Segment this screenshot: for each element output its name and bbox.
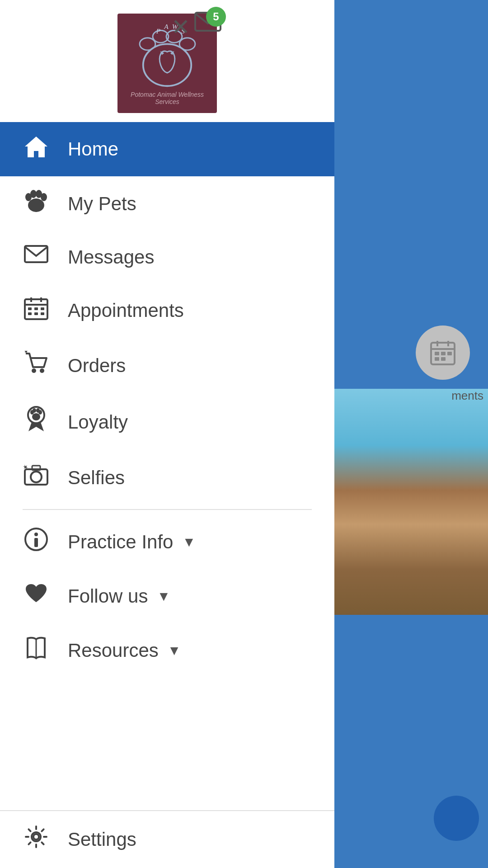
svg-point-53 [34, 835, 38, 839]
svg-rect-25 [25, 246, 47, 262]
logo-subtitle: Potomac Animal Wellness Services [117, 91, 217, 105]
settings-label: Settings [68, 829, 136, 850]
practice-info-label: Practice Info [68, 531, 173, 553]
nav-practice-info[interactable]: Practice Info ▼ [0, 514, 334, 570]
close-icon: ✕ [171, 16, 190, 38]
svg-rect-49 [34, 538, 38, 547]
selfies-label: Selfies [68, 467, 125, 489]
heart-icon [23, 582, 50, 610]
resources-chevron: ▼ [168, 643, 181, 658]
svg-rect-31 [34, 307, 38, 310]
svg-point-39 [32, 413, 40, 420]
svg-point-37 [40, 368, 44, 373]
paw-icon [23, 189, 50, 219]
svg-rect-33 [28, 312, 32, 315]
nav-home[interactable]: Home [0, 122, 334, 176]
svg-rect-30 [28, 307, 32, 310]
home-icon [23, 135, 50, 164]
svg-point-20 [28, 198, 44, 212]
nav-follow-us[interactable]: Follow us ▼ [0, 570, 334, 623]
nav-orders[interactable]: Orders [0, 338, 334, 393]
cart-icon [23, 351, 50, 381]
close-button[interactable]: ✕ [167, 14, 194, 41]
home-label: Home [68, 138, 118, 160]
navigation-drawer: P A W S Potomac Animal Wellness Services… [0, 0, 334, 868]
resources-label: Resources [68, 640, 159, 661]
info-icon [23, 527, 50, 557]
svg-point-48 [34, 533, 38, 536]
svg-rect-32 [41, 307, 44, 310]
follow-us-chevron: ▼ [157, 589, 170, 604]
svg-rect-6 [447, 352, 452, 355]
nav-loyalty[interactable]: Loyalty [0, 393, 334, 451]
follow-us-label: Follow us [68, 585, 148, 607]
loyalty-label: Loyalty [68, 411, 128, 433]
nav-selfies[interactable]: Selfies [0, 451, 334, 505]
svg-rect-4 [435, 352, 439, 355]
message-icon-area[interactable]: 5 [194, 9, 221, 36]
nav-appointments[interactable]: Appointments [0, 283, 334, 338]
settings-icon [23, 825, 50, 854]
calendar-icon [23, 296, 50, 326]
message-badge: 5 [206, 7, 226, 27]
svg-rect-34 [34, 312, 38, 315]
menu-divider [23, 509, 312, 510]
messages-icon [23, 244, 50, 270]
svg-point-45 [31, 472, 42, 482]
nav-settings[interactable]: Settings [0, 810, 334, 868]
svg-marker-19 [25, 137, 47, 157]
nav-my-pets[interactable]: My Pets [0, 176, 334, 231]
svg-text:P: P [156, 27, 161, 35]
selfies-icon [23, 464, 50, 492]
practice-info-chevron: ▼ [182, 534, 196, 550]
messages-label: Messages [68, 246, 154, 268]
svg-rect-8 [441, 357, 446, 361]
svg-point-10 [140, 38, 155, 50]
svg-point-36 [32, 368, 36, 373]
appointments-icon-right [416, 326, 470, 380]
svg-rect-5 [441, 352, 446, 355]
svg-rect-35 [41, 312, 44, 315]
appointments-label-right: ments [451, 389, 483, 403]
fab-button[interactable] [434, 796, 479, 841]
svg-rect-46 [32, 466, 40, 470]
book-icon [23, 636, 50, 665]
loyalty-icon [23, 406, 50, 439]
nav-messages[interactable]: Messages [0, 231, 334, 283]
nav-resources[interactable]: Resources ▼ [0, 623, 334, 678]
pet-image-background [334, 389, 488, 615]
orders-label: Orders [68, 355, 126, 377]
svg-point-41 [33, 408, 36, 413]
svg-point-22 [30, 190, 37, 198]
svg-rect-7 [435, 357, 439, 361]
svg-point-24 [41, 193, 47, 201]
svg-point-43 [38, 410, 42, 415]
appointments-label: Appointments [68, 300, 184, 321]
my-pets-label: My Pets [68, 193, 136, 215]
